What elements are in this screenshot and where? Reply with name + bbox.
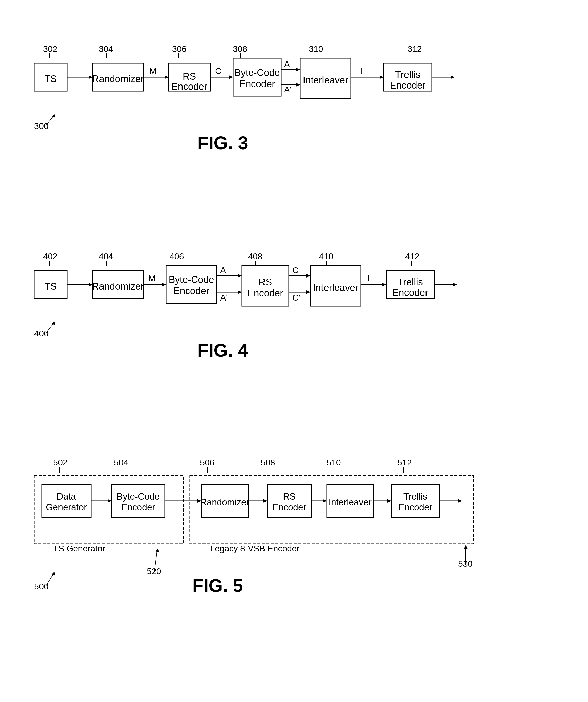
svg-text:RS: RS xyxy=(259,277,272,287)
svg-marker-39 xyxy=(380,76,384,79)
svg-text:306: 306 xyxy=(172,44,187,53)
svg-text:Generator: Generator xyxy=(46,502,87,512)
svg-line-148 xyxy=(45,574,53,586)
svg-text:Encoder: Encoder xyxy=(239,79,275,89)
svg-text:404: 404 xyxy=(99,251,113,261)
svg-marker-31 xyxy=(296,68,300,71)
svg-marker-141 xyxy=(387,499,391,503)
svg-marker-75 xyxy=(238,274,242,277)
svg-text:308: 308 xyxy=(233,44,247,53)
svg-text:Encoder: Encoder xyxy=(272,502,306,512)
svg-text:508: 508 xyxy=(261,458,275,467)
svg-text:TS: TS xyxy=(44,74,57,84)
svg-text:RS: RS xyxy=(283,491,296,502)
svg-text:520: 520 xyxy=(147,566,161,576)
svg-text:Interleaver: Interleaver xyxy=(303,75,348,86)
svg-text:Randomizer: Randomizer xyxy=(92,281,144,292)
svg-text:TS Generator: TS Generator xyxy=(53,544,105,553)
svg-text:Trellis: Trellis xyxy=(398,277,423,287)
svg-text:300: 300 xyxy=(34,121,48,131)
svg-text:408: 408 xyxy=(248,251,263,261)
svg-marker-45 xyxy=(451,76,455,79)
svg-marker-146 xyxy=(458,499,462,503)
svg-text:406: 406 xyxy=(170,251,184,261)
svg-text:Interleaver: Interleaver xyxy=(328,497,372,507)
svg-text:310: 310 xyxy=(309,44,323,53)
svg-text:412: 412 xyxy=(405,251,419,261)
svg-text:500: 500 xyxy=(34,582,48,591)
svg-text:A: A xyxy=(220,265,226,275)
svg-text:Legacy 8-VSB Encoder: Legacy 8-VSB Encoder xyxy=(210,544,299,553)
svg-marker-25 xyxy=(229,76,233,79)
svg-text:510: 510 xyxy=(326,458,341,467)
figure-4: 402 404 406 408 410 412 TS Ra xyxy=(20,238,568,415)
svg-text:Trellis: Trellis xyxy=(395,69,420,80)
svg-text:Byte-Code: Byte-Code xyxy=(169,274,214,285)
fig3-diagram: 302 304 306 308 310 312 TS Ra xyxy=(20,30,572,187)
svg-text:A': A' xyxy=(284,85,291,94)
svg-marker-137 xyxy=(323,499,327,503)
svg-marker-132 xyxy=(263,499,267,503)
svg-text:302: 302 xyxy=(43,44,58,53)
figure-5: 502 504 506 508 510 512 TS Generator xyxy=(20,445,568,648)
svg-text:Encoder: Encoder xyxy=(121,502,155,512)
fig5-diagram: 502 504 506 508 510 512 TS Generator xyxy=(20,445,572,635)
svg-text:FIG. 3: FIG. 3 xyxy=(197,133,248,153)
svg-text:FIG. 5: FIG. 5 xyxy=(192,576,243,596)
svg-text:402: 402 xyxy=(43,251,58,261)
svg-text:312: 312 xyxy=(407,44,422,53)
svg-text:304: 304 xyxy=(99,44,113,53)
svg-text:504: 504 xyxy=(114,458,128,467)
svg-text:C: C xyxy=(215,66,221,76)
svg-marker-19 xyxy=(165,76,169,79)
svg-marker-152 xyxy=(156,549,159,552)
svg-marker-123 xyxy=(108,499,112,503)
svg-text:Byte-Code: Byte-Code xyxy=(234,67,280,78)
svg-text:A: A xyxy=(284,59,290,69)
svg-text:506: 506 xyxy=(200,458,214,467)
figure-3: 302 304 306 308 310 312 TS Ra xyxy=(20,30,568,208)
svg-text:M: M xyxy=(150,66,157,76)
svg-text:Interleaver: Interleaver xyxy=(313,282,359,293)
svg-text:I: I xyxy=(361,66,363,76)
page: 302 304 306 308 310 312 TS Ra xyxy=(0,0,588,702)
fig4-diagram: 402 404 406 408 410 412 TS Ra xyxy=(20,238,572,395)
svg-text:512: 512 xyxy=(397,458,412,467)
svg-marker-92 xyxy=(382,283,386,286)
svg-text:I: I xyxy=(367,273,369,283)
svg-text:Encoder: Encoder xyxy=(390,80,426,91)
svg-marker-84 xyxy=(306,274,310,277)
svg-text:C': C' xyxy=(292,293,300,302)
svg-marker-149 xyxy=(52,572,55,576)
svg-text:Encoder: Encoder xyxy=(398,502,432,512)
svg-text:Encoder: Encoder xyxy=(171,81,207,92)
svg-text:TS: TS xyxy=(44,281,57,292)
svg-text:RS: RS xyxy=(183,71,196,82)
svg-text:A': A' xyxy=(220,293,227,302)
svg-marker-34 xyxy=(296,83,300,87)
svg-text:Randomizer: Randomizer xyxy=(92,74,144,84)
svg-text:Byte-Code: Byte-Code xyxy=(117,491,160,502)
svg-text:Encoder: Encoder xyxy=(392,287,428,298)
svg-text:Trellis: Trellis xyxy=(403,491,427,502)
svg-text:502: 502 xyxy=(53,458,68,467)
svg-text:400: 400 xyxy=(34,329,48,338)
svg-marker-155 xyxy=(464,545,468,549)
svg-text:C: C xyxy=(292,265,299,275)
svg-marker-98 xyxy=(453,283,457,286)
svg-text:Data: Data xyxy=(57,491,76,502)
svg-text:Encoder: Encoder xyxy=(247,288,283,299)
svg-text:FIG. 4: FIG. 4 xyxy=(197,340,248,360)
svg-text:530: 530 xyxy=(458,559,473,568)
svg-text:Encoder: Encoder xyxy=(173,285,209,296)
svg-marker-78 xyxy=(238,290,242,294)
svg-text:410: 410 xyxy=(319,251,333,261)
svg-marker-87 xyxy=(306,290,310,294)
svg-marker-69 xyxy=(162,283,166,286)
svg-text:M: M xyxy=(148,273,156,283)
svg-text:Randomizer: Randomizer xyxy=(200,497,249,507)
